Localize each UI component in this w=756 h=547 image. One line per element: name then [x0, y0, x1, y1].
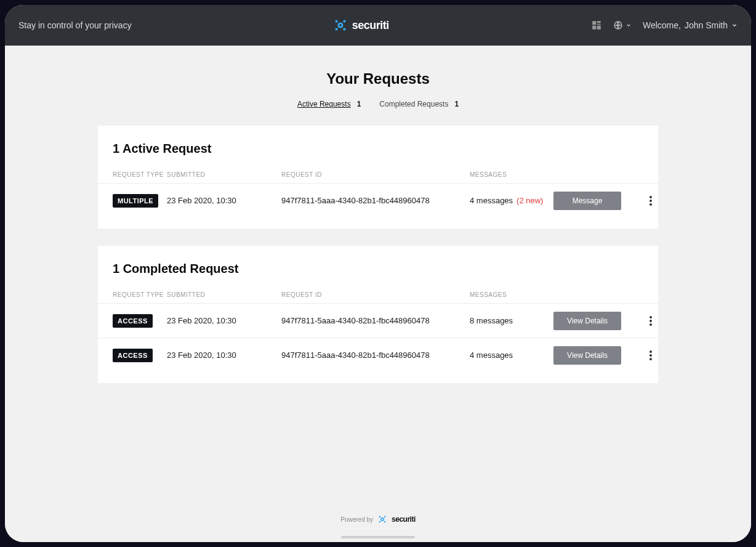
welcome-prefix: Welcome, — [643, 20, 681, 30]
svg-rect-3 — [343, 28, 345, 31]
svg-rect-22 — [384, 516, 385, 517]
request-id-cell: 947f7811-5aaa-4340-82b1-fbc448960478 — [281, 196, 470, 205]
row-menu-icon[interactable] — [643, 193, 658, 208]
message-button[interactable]: Message — [553, 192, 621, 210]
tab-count: 1 — [357, 100, 361, 108]
language-selector[interactable] — [613, 20, 632, 30]
request-id-cell: 947f7811-5aaa-4340-82b1-fbc448960478 — [281, 316, 470, 325]
svg-rect-7 — [597, 21, 601, 23]
request-id-cell: 947f7811-5aaa-4340-82b1-fbc448960478 — [281, 350, 470, 360]
brand-icon — [334, 18, 347, 32]
completed-requests-card: 1 Completed Request REQUEST TYPE SUBMITT… — [98, 246, 658, 383]
table-row: ACCESS 23 Feb 2020, 10:30 947f7811-5aaa-… — [98, 303, 658, 338]
svg-rect-1 — [343, 20, 345, 23]
svg-point-13 — [649, 200, 652, 202]
request-type-badge: ACCESS — [113, 314, 153, 328]
table-header: REQUEST TYPE SUBMITTED REQUEST ID MESSAG… — [98, 166, 658, 183]
svg-rect-8 — [597, 24, 601, 25]
powered-by: Powered by — [340, 516, 373, 523]
tab-label: Active Requests — [297, 100, 351, 108]
brand-logo[interactable]: securiti — [334, 18, 389, 32]
submitted-cell: 23 Feb 2020, 10:30 — [167, 316, 281, 325]
brand-icon — [378, 515, 387, 524]
svg-rect-9 — [592, 26, 596, 30]
messages-count: 8 messages — [470, 316, 513, 325]
svg-rect-6 — [592, 21, 596, 25]
col-id: REQUEST ID — [281, 171, 470, 178]
col-type: REQUEST TYPE — [113, 171, 167, 178]
svg-rect-0 — [336, 20, 338, 23]
user-name: John Smith — [685, 20, 728, 30]
table-row: MULTIPLE 23 Feb 2020, 10:30 947f7811-5aa… — [98, 183, 658, 217]
tagline: Stay in control of your privacy — [18, 20, 132, 30]
svg-rect-2 — [336, 28, 338, 31]
col-submitted: SUBMITTED — [167, 171, 281, 178]
col-id: REQUEST ID — [281, 291, 470, 298]
svg-point-15 — [649, 316, 652, 318]
submitted-cell: 23 Feb 2020, 10:30 — [167, 196, 281, 205]
table-header: REQUEST TYPE SUBMITTED REQUEST ID MESSAG… — [98, 286, 658, 303]
svg-point-14 — [649, 203, 652, 206]
view-details-button[interactable]: View Details — [553, 346, 621, 365]
svg-rect-24 — [384, 521, 385, 522]
svg-point-17 — [649, 323, 652, 326]
footer-brand: securiti — [392, 515, 416, 524]
col-submitted: SUBMITTED — [167, 291, 281, 298]
svg-point-18 — [649, 350, 652, 353]
row-menu-icon[interactable] — [643, 348, 658, 363]
request-type-badge: ACCESS — [113, 349, 153, 362]
svg-point-26 — [382, 519, 383, 520]
active-requests-card: 1 Active Request REQUEST TYPE SUBMITTED … — [98, 126, 658, 229]
top-bar: Stay in control of your privacy securiti… — [5, 5, 751, 46]
home-indicator — [341, 536, 415, 538]
table-row: ACCESS 23 Feb 2020, 10:30 947f7811-5aaa-… — [98, 338, 658, 372]
svg-point-12 — [649, 196, 652, 198]
brand-name: securiti — [352, 19, 389, 32]
submitted-cell: 23 Feb 2020, 10:30 — [167, 350, 281, 360]
messages-new: (2 new) — [517, 196, 543, 205]
col-messages: MESSAGES — [470, 291, 553, 298]
card-title: 1 Active Request — [98, 126, 658, 166]
page-title: Your Requests — [326, 70, 430, 87]
svg-point-19 — [649, 354, 652, 357]
request-type-badge: MULTIPLE — [113, 194, 158, 208]
card-title: 1 Completed Request — [98, 246, 658, 286]
tab-completed-requests[interactable]: Completed Requests 1 — [379, 100, 459, 108]
tab-label: Completed Requests — [379, 100, 448, 108]
tab-active-requests[interactable]: Active Requests 1 — [297, 100, 361, 108]
user-menu[interactable]: Welcome, John Smith — [643, 20, 738, 30]
svg-point-16 — [649, 320, 652, 322]
svg-point-20 — [649, 358, 652, 360]
col-messages: MESSAGES — [470, 171, 553, 178]
col-type: REQUEST TYPE — [113, 291, 167, 298]
tab-count: 1 — [454, 100, 459, 108]
messages-count: 4 messages — [470, 196, 513, 205]
row-menu-icon[interactable] — [643, 314, 658, 328]
messages-count: 4 messages — [470, 350, 513, 360]
view-details-button[interactable]: View Details — [553, 312, 621, 330]
svg-point-5 — [339, 24, 342, 26]
request-tabs: Active Requests 1 Completed Requests 1 — [297, 100, 459, 108]
dashboard-icon[interactable] — [591, 20, 602, 31]
svg-rect-23 — [379, 521, 380, 522]
svg-rect-10 — [597, 26, 601, 30]
svg-rect-21 — [379, 516, 380, 517]
